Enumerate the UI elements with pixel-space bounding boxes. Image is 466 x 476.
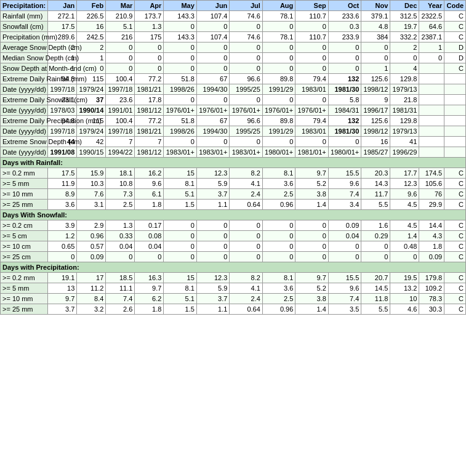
row-label: Snowfall (cm)	[1, 22, 48, 32]
cell-value: 0	[295, 220, 328, 231]
cell-value: 1.5	[164, 304, 196, 315]
row-label: Date (yyyy/dd)	[1, 126, 48, 137]
section-header: Days With Snowfall:	[1, 210, 466, 220]
cell-value: 242.5	[77, 32, 106, 42]
cell-value: 0	[164, 252, 196, 262]
cell-value: 1984/31	[328, 105, 361, 116]
table-row: >= 25 mm3.63.12.51.81.51.10.640.961.43.4…	[1, 200, 466, 210]
cell-value: 1.6	[361, 220, 390, 231]
cell-value: 0	[390, 53, 419, 63]
cell-value: 3.1	[77, 200, 106, 210]
cell-value: 3.6	[48, 200, 77, 210]
col-header-jun: Jun	[196, 1, 229, 11]
cell-value: 1.8	[135, 200, 164, 210]
row-label: >= 0.2 mm	[1, 168, 48, 179]
cell-value: 1991/01	[106, 105, 135, 116]
cell-value: 1976/01+	[262, 105, 295, 116]
cell-value: 1979/24	[77, 84, 106, 95]
cell-value: 20.3	[361, 168, 390, 179]
cell-value: 0	[230, 241, 262, 252]
cell-value: 67	[196, 116, 229, 126]
cell-value: 1998/12	[361, 84, 390, 95]
cell-value: 1	[77, 53, 106, 63]
cell-value: 18.5	[106, 273, 135, 283]
cell-value: 332.2	[390, 32, 419, 42]
cell-value: 3.9	[48, 220, 77, 231]
cell-value: 0	[295, 252, 328, 262]
cell-value: 0.65	[48, 241, 77, 252]
cell-value: 67	[196, 74, 229, 84]
cell-value: C	[444, 231, 466, 241]
cell-value: 1981/21	[135, 84, 164, 95]
cell-value: 11.7	[361, 189, 390, 200]
cell-value: 0.29	[361, 231, 390, 241]
cell-value: 0	[164, 42, 196, 53]
cell-value: 79.4	[295, 74, 328, 84]
cell-value	[419, 84, 444, 95]
table-row: >= 0.2 mm19.11718.516.31512.38.28.19.715…	[1, 273, 466, 283]
row-label: Snow Depth at Month-end (cm)	[1, 63, 48, 74]
cell-value: 125.6	[361, 116, 390, 126]
cell-value: 8.9	[48, 189, 77, 200]
cell-value: 0	[164, 95, 196, 105]
cell-value: 17	[77, 273, 106, 283]
cell-value: 0.57	[77, 241, 106, 252]
table-row: Median Snow Depth (cm)1100000000000D	[1, 53, 466, 63]
cell-value: 0.08	[135, 231, 164, 241]
cell-value: 18.1	[106, 168, 135, 179]
cell-value: 9.6	[135, 179, 164, 189]
cell-value: 2.6	[106, 304, 135, 315]
cell-value: 233.9	[328, 32, 361, 42]
cell-value: 143.3	[164, 32, 196, 42]
cell-value: 2.5	[106, 200, 135, 210]
cell-value: C	[444, 32, 466, 42]
col-header-jul: Jul	[230, 1, 262, 11]
cell-value: C	[444, 252, 466, 262]
row-label: >= 25 mm	[1, 200, 48, 210]
cell-value: 89.8	[262, 116, 295, 126]
cell-value: 15.5	[328, 273, 361, 283]
cell-value: 11.1	[106, 283, 135, 294]
cell-value: 3.4	[328, 200, 361, 210]
cell-value: 3.6	[262, 179, 295, 189]
table-row: Date (yyyy/dd)1997/181979/241997/181981/…	[1, 84, 466, 95]
cell-value: 226.5	[77, 11, 106, 22]
col-header-nov: Nov	[361, 1, 390, 11]
cell-value: 7.4	[328, 294, 361, 304]
cell-value: 7.3	[106, 189, 135, 200]
table-row: >= 25 cm00.0900000000000.09C	[1, 252, 466, 262]
cell-value: 107.4	[196, 32, 229, 42]
cell-value: 179.8	[419, 273, 444, 283]
cell-value	[419, 105, 444, 116]
table-row: >= 5 cm1.20.960.330.08000000.040.291.44.…	[1, 231, 466, 241]
cell-value: 1994/30	[196, 84, 229, 95]
row-label: Extreme Daily Precipitation (mm)	[1, 116, 48, 126]
col-header-year: Year	[419, 1, 444, 11]
cell-value: 0	[262, 42, 295, 53]
cell-value: 2.4	[230, 294, 262, 304]
cell-value: 78.1	[262, 11, 295, 22]
row-label: Extreme Daily Rainfall (mm)	[1, 74, 48, 84]
table-row: Days With Snowfall:	[1, 210, 466, 220]
cell-value: 0	[295, 95, 328, 105]
cell-value: 7	[106, 137, 135, 147]
cell-value: 1983/01	[295, 126, 328, 137]
cell-value: 3.7	[196, 189, 229, 200]
cell-value: 8.1	[262, 273, 295, 283]
cell-value: 1978/03	[48, 105, 77, 116]
cell-value: 10.3	[77, 179, 106, 189]
cell-value: 0.96	[77, 231, 106, 241]
cell-value: 0	[135, 252, 164, 262]
cell-value: 9.6	[390, 189, 419, 200]
cell-value: 4.8	[361, 22, 390, 32]
cell-value: 0.09	[328, 220, 361, 231]
cell-value: 5.1	[164, 189, 196, 200]
table-row: >= 10 mm8.97.67.36.15.13.72.42.53.87.411…	[1, 189, 466, 200]
cell-value: 0.96	[262, 200, 295, 210]
cell-value: 5.2	[295, 179, 328, 189]
cell-value: 312.5	[390, 11, 419, 22]
cell-value	[444, 137, 466, 147]
col-header-precipitation-: Precipitation:	[1, 1, 48, 11]
cell-value: 0	[262, 231, 295, 241]
cell-value: 1998/26	[164, 126, 196, 137]
